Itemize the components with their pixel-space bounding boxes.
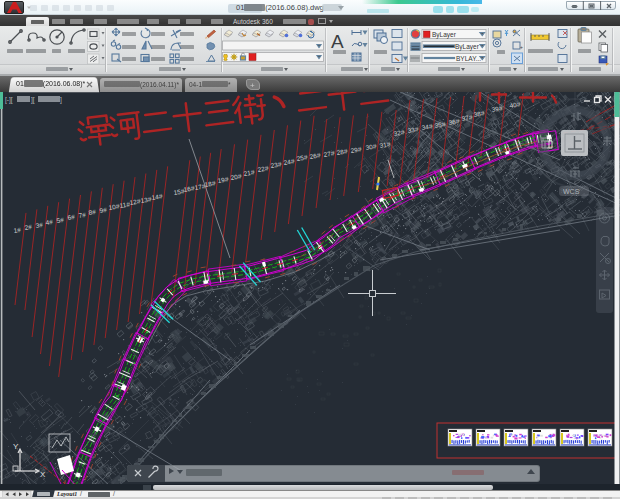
svg-text:A: A [331,31,344,52]
svg-text:4#: 4# [45,218,54,226]
svg-text:7#: 7# [78,211,87,219]
svg-text:5#: 5# [56,216,65,224]
svg-text:][: ][ [31,96,35,104]
svg-text:3#: 3# [35,221,44,229]
svg-text:+: + [520,44,523,50]
svg-text:]: ] [60,96,62,104]
svg-text:WCS: WCS [563,188,580,195]
svg-text:X: X [40,470,46,479]
svg-text:8#: 8# [88,208,97,216]
svg-text:BYLAY...: BYLAY... [456,55,481,62]
svg-text:6#: 6# [67,213,76,221]
svg-text:Y: Y [13,442,19,451]
svg-text:9#: 9# [99,206,108,214]
svg-text:2#: 2# [24,223,33,231]
svg-text:1#: 1# [13,226,22,234]
svg-text:[-][: [-][ [5,96,13,104]
svg-text:ByLayer: ByLayer [432,31,457,39]
svg-text:ByLayer: ByLayer [455,43,480,51]
